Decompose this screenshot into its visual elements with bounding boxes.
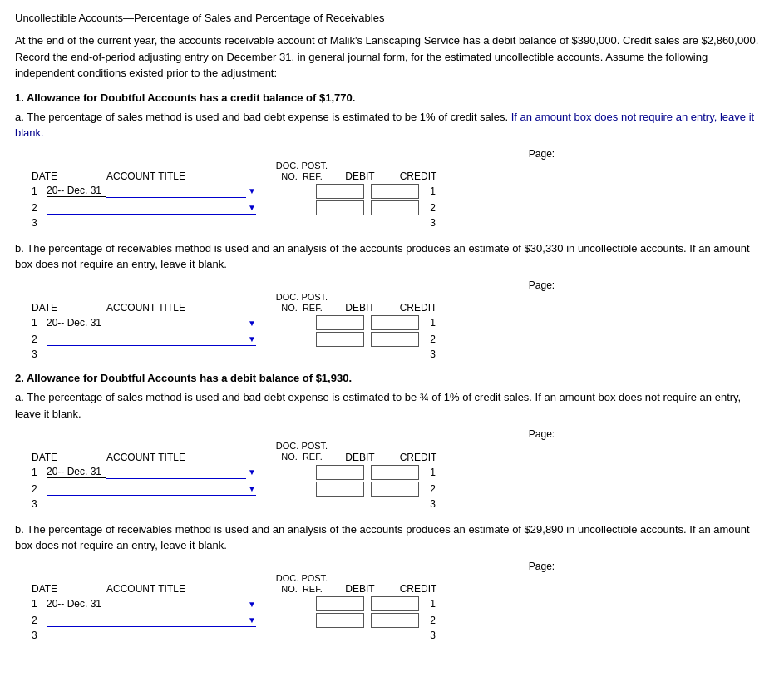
row-num-2: 2: [32, 483, 47, 495]
account-dropdown-2a-1[interactable]: ▼: [106, 466, 256, 479]
row-num-2: 2: [32, 202, 47, 214]
row-date-2a-1: 20-- Dec. 31: [47, 466, 106, 478]
account-dropdown-1a-1[interactable]: ▼: [106, 185, 256, 198]
table-row: 1 20-- Dec. 31 ▼ 1: [15, 465, 769, 480]
col-account-label: ACCOUNT TITLE: [106, 170, 273, 182]
col-credit-label: CREDIT: [389, 452, 447, 463]
section1-header: 1. Allowance for Doubtful Accounts has a…: [15, 91, 769, 104]
journal-1a: Page: DATE ACCOUNT TITLE DOC. POST. NO. …: [15, 148, 769, 229]
journal-1b: Page: DATE ACCOUNT TITLE DOC. POST. NO. …: [15, 279, 769, 360]
linenum-1a-1: 1: [422, 185, 436, 197]
debit-input-2b-1[interactable]: [316, 596, 364, 611]
table-row: 2 ▼ 2: [15, 613, 769, 628]
dropdown-arrow-icon[interactable]: ▼: [248, 186, 256, 195]
dropdown-arrow-icon[interactable]: ▼: [248, 484, 256, 493]
account-dropdown-1b-2[interactable]: ▼: [47, 333, 256, 346]
journal-header-1a: DATE ACCOUNT TITLE DOC. POST. NO. REF. D…: [15, 161, 769, 182]
row-num-3: 3: [32, 217, 47, 229]
row-num-3: 3: [32, 630, 47, 641]
col-account-label: ACCOUNT TITLE: [106, 583, 273, 595]
journal-header-2a: DATE ACCOUNT TITLE DOC. POST. NO. REF. D…: [15, 441, 769, 462]
linenum-2b-3: 3: [422, 630, 436, 641]
credit-input-1a-2[interactable]: [371, 200, 419, 215]
table-row: 2 ▼ 2: [15, 332, 769, 347]
dropdown-arrow-icon[interactable]: ▼: [248, 600, 256, 609]
journal-header-1b: DATE ACCOUNT TITLE DOC. POST. NO. REF. D…: [15, 292, 769, 314]
dropdown-arrow-icon[interactable]: ▼: [248, 467, 256, 477]
col-doc-label: DOC. POST. NO. REF.: [273, 292, 331, 314]
account-dropdown-1b-1[interactable]: ▼: [106, 316, 256, 329]
table-row: 3 3: [15, 498, 769, 510]
linenum-1b-2: 2: [422, 334, 436, 345]
col-account-label: ACCOUNT TITLE: [106, 452, 273, 463]
page-title: Uncollectible Accounts—Percentage of Sal…: [15, 12, 769, 24]
table-row: 3 3: [15, 630, 769, 641]
col-account-label: ACCOUNT TITLE: [106, 302, 273, 314]
row-num-3: 3: [32, 498, 47, 510]
section2b-text: b. The percentage of receivables method …: [15, 521, 769, 554]
col-credit-label: CREDIT: [389, 583, 447, 595]
account-dropdown-1a-2[interactable]: ▼: [47, 201, 256, 215]
table-row: 1 20-- Dec. 31 ▼ 1: [15, 315, 769, 330]
linenum-1b-1: 1: [422, 317, 436, 329]
credit-input-1b-2[interactable]: [371, 332, 419, 347]
journal-2a: Page: DATE ACCOUNT TITLE DOC. POST. NO. …: [15, 428, 769, 509]
journal-2b: Page: DATE ACCOUNT TITLE DOC. POST. NO. …: [15, 561, 769, 641]
col-date-label: DATE: [32, 452, 106, 463]
col-debit-label: DEBIT: [331, 583, 389, 595]
table-row: 3 3: [15, 217, 769, 229]
credit-input-2a-2[interactable]: [371, 482, 419, 497]
journal-header-2b: DATE ACCOUNT TITLE DOC. POST. NO. REF. D…: [15, 573, 769, 595]
table-row: 2 ▼ 2: [15, 482, 769, 497]
col-date-label: DATE: [32, 583, 106, 595]
page-label-1a: Page:: [15, 148, 769, 160]
debit-input-2a-2[interactable]: [316, 482, 364, 497]
dropdown-arrow-icon[interactable]: ▼: [248, 334, 256, 343]
col-debit-label: DEBIT: [331, 170, 389, 182]
account-dropdown-2b-2[interactable]: ▼: [47, 614, 256, 627]
credit-input-1a-1[interactable]: [371, 184, 419, 199]
debit-input-1b-2[interactable]: [316, 332, 364, 347]
credit-input-2a-1[interactable]: [371, 465, 419, 480]
col-credit-label: CREDIT: [389, 302, 447, 314]
credit-input-2b-2[interactable]: [371, 613, 419, 628]
col-doc-label: DOC. POST. NO. REF.: [273, 441, 331, 462]
row-num-1: 1: [32, 185, 47, 197]
linenum-2b-1: 1: [422, 598, 436, 610]
col-doc-label: DOC. POST. NO. REF.: [273, 573, 331, 595]
table-row: 2 ▼ 2: [15, 200, 769, 215]
credit-input-2b-1[interactable]: [371, 596, 419, 611]
account-dropdown-2b-1[interactable]: ▼: [106, 597, 256, 610]
account-dropdown-2a-2[interactable]: ▼: [47, 482, 256, 496]
col-date-label: DATE: [32, 302, 106, 314]
col-debit-label: DEBIT: [331, 302, 389, 314]
row-date-1b-1: 20-- Dec. 31: [47, 317, 106, 329]
table-row: 1 20-- Dec. 31 ▼ 1: [15, 596, 769, 611]
credit-input-1b-1[interactable]: [371, 315, 419, 330]
dropdown-arrow-icon[interactable]: ▼: [248, 203, 256, 212]
linenum-2a-3: 3: [422, 498, 436, 510]
page-label-2b: Page:: [15, 561, 769, 572]
debit-input-2b-2[interactable]: [316, 613, 364, 628]
row-num-1: 1: [32, 598, 47, 610]
debit-input-1b-1[interactable]: [316, 315, 364, 330]
debit-input-1a-2[interactable]: [316, 200, 364, 215]
row-num-1: 1: [32, 317, 47, 329]
section1a-text: a. The percentage of sales method is use…: [15, 109, 769, 141]
col-credit-label: CREDIT: [389, 170, 447, 182]
dropdown-arrow-icon[interactable]: ▼: [248, 615, 256, 625]
debit-input-2a-1[interactable]: [316, 465, 364, 480]
row-date-1a-1: 20-- Dec. 31: [47, 185, 106, 197]
row-num-2: 2: [32, 615, 47, 626]
section2-header: 2. Allowance for Doubtful Accounts has a…: [15, 372, 769, 384]
linenum-1a-3: 3: [422, 217, 436, 229]
row-num-2: 2: [32, 334, 47, 345]
debit-input-1a-1[interactable]: [316, 184, 364, 199]
section2a-text: a. The percentage of sales method is use…: [15, 389, 769, 422]
col-debit-label: DEBIT: [331, 452, 389, 463]
linenum-1a-2: 2: [422, 202, 436, 214]
linenum-2b-2: 2: [422, 615, 436, 626]
dropdown-arrow-icon[interactable]: ▼: [248, 319, 256, 328]
section1b-text: b. The percentage of receivables method …: [15, 240, 769, 273]
table-row: 1 20-- Dec. 31 ▼ 1: [15, 184, 769, 199]
